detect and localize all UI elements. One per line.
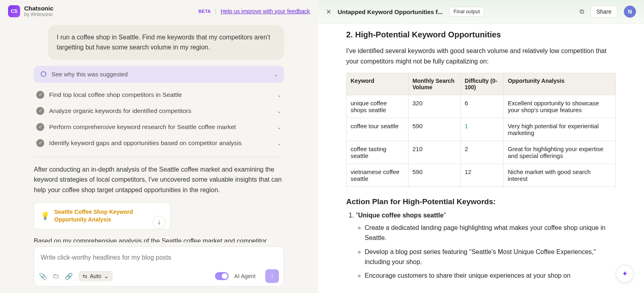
cell-volume: 590 <box>408 118 460 141</box>
table-header: Opportunity Analysis <box>504 73 616 95</box>
cell-opportunity: Niche market with good search interest <box>504 164 616 187</box>
composer-input[interactable] <box>39 251 279 269</box>
scroll-down-button[interactable]: ↓ <box>153 216 165 229</box>
step-label: Identify keyword gaps and opportunities … <box>49 139 277 147</box>
magic-wand-icon: ✦ <box>622 269 628 278</box>
cell-difficulty: 6 <box>460 95 504 118</box>
table-row: unique coffee shops seattle3206Excellent… <box>347 95 616 118</box>
action-bullets: Create a dedicated landing page highligh… <box>356 223 616 281</box>
send-button[interactable]: ↑ <box>265 269 279 283</box>
cell-volume: 210 <box>408 141 460 164</box>
step-row[interactable]: ✓ Find top local coffee shop competitors… <box>34 87 284 103</box>
cell-keyword: coffee tour seattle <box>347 118 409 141</box>
table-row: coffee tour seattle5901Very high potenti… <box>347 118 616 141</box>
check-icon: ✓ <box>36 91 44 99</box>
final-output-badge: Final output <box>449 7 484 16</box>
section-heading: 2. High-Potential Keyword Opportunities <box>346 30 616 39</box>
cell-difficulty: 12 <box>460 164 504 187</box>
app-logo: CS <box>8 5 20 17</box>
list-item: Create a dedicated landing page highligh… <box>365 223 616 243</box>
cell-keyword: coffee tasting seattle <box>347 141 409 164</box>
keyword-table: Keyword Monthly Search Volume Difficulty… <box>346 73 616 187</box>
document-header: ✕ Untapped Keyword Opportunities f... Fi… <box>318 0 644 24</box>
step-row[interactable]: ✓ Perform comprehensive keyword research… <box>34 119 284 135</box>
document-body: 2. High-Potential Keyword Opportunities … <box>318 24 644 293</box>
user-message: I run a coffee shop in Seattle. Find me … <box>48 25 284 60</box>
app-header: CS Chatsonic by Writesonic BETA | Help u… <box>0 0 318 22</box>
cell-difficulty: 1 <box>460 118 504 141</box>
cell-keyword: vietnamese coffee seattle <box>347 164 409 187</box>
assistant-summary: After conducting an in-depth analysis of… <box>34 164 284 195</box>
table-row: vietnamese coffee seattle59012Niche mark… <box>347 164 616 187</box>
assistant-followup: Based on my comprehensive analysis of th… <box>34 238 284 242</box>
chevron-down-icon: ⌄ <box>277 140 282 146</box>
step-row[interactable]: ✓ Analyze organic keywords for identifie… <box>34 103 284 119</box>
step-label: Analyze organic keywords for identified … <box>49 107 277 115</box>
table-header: Monthly Search Volume <box>408 73 460 95</box>
copy-icon[interactable]: ⧉ <box>580 8 584 15</box>
left-panel: CS Chatsonic by Writesonic BETA | Help u… <box>0 0 318 293</box>
cell-volume: 320 <box>408 95 460 118</box>
folder-icon[interactable]: 🗀 <box>53 273 59 280</box>
list-item: Develop a blog post series featuring "Se… <box>365 247 616 267</box>
check-icon: ✓ <box>36 107 44 115</box>
cell-volume: 590 <box>408 164 460 187</box>
attachment-icon[interactable]: 📎 <box>39 273 47 280</box>
app-title: Chatsonic <box>24 5 54 12</box>
check-icon: ✓ <box>36 139 44 147</box>
check-icon: ✓ <box>36 123 44 131</box>
feedback-link[interactable]: Help us improve with your feedback <box>221 8 310 14</box>
suggestion-bar[interactable]: See why this was suggested ⌄ <box>34 66 284 83</box>
cell-opportunity: Very high potential for experiential mar… <box>504 118 616 141</box>
mode-label: Auto <box>90 273 101 279</box>
share-button[interactable]: Share <box>590 6 617 18</box>
table-header: Difficulty (0-100) <box>460 73 504 95</box>
step-label: Find top local coffee shop competitors i… <box>49 91 277 98</box>
mode-selector[interactable]: ⇆ Auto ⌄ <box>78 271 113 281</box>
section-intro: I've identified several keywords with go… <box>346 46 616 66</box>
action-plan-list: "Unique coffee shops seattle" Create a d… <box>346 212 616 281</box>
result-card-title: Seattle Coffee Shop Keyword Opportunity … <box>54 208 164 223</box>
app-subtitle: by Writesonic <box>24 12 54 17</box>
arrow-up-icon: ↑ <box>270 273 274 280</box>
composer-toolbar: 📎 🗀 🔗 ⇆ Auto ⌄ AI Agent ↑ <box>39 269 279 283</box>
result-card[interactable]: 💡 Seattle Coffee Shop Keyword Opportunit… <box>34 202 171 229</box>
step-row[interactable]: ✓ Identify keyword gaps and opportunitie… <box>34 135 284 151</box>
chevron-down-icon: ⌄ <box>277 108 282 114</box>
step-label: Perform comprehensive keyword research f… <box>49 123 277 131</box>
document-title: Untapped Keyword Opportunities f... <box>338 8 443 15</box>
link-icon[interactable]: 🔗 <box>65 273 73 280</box>
lightbulb-icon: 💡 <box>41 211 50 220</box>
composer: 📎 🗀 🔗 ⇆ Auto ⌄ AI Agent ↑ <box>34 246 284 287</box>
speech-icon <box>39 70 47 78</box>
action-plan-heading: Action Plan for High-Potential Keywords: <box>346 197 616 206</box>
cell-difficulty: 2 <box>460 141 504 164</box>
chevron-down-icon: ⌄ <box>277 124 282 130</box>
action-plan-item: "Unique coffee shops seattle" Create a d… <box>356 212 616 281</box>
cell-opportunity: Excellent opportunity to showcase your s… <box>504 95 616 118</box>
magic-fab-button[interactable]: ✦ <box>616 265 634 283</box>
table-row: coffee tasting seattle2102Great for high… <box>347 141 616 164</box>
close-icon[interactable]: ✕ <box>326 8 331 16</box>
ai-agent-toggle[interactable] <box>215 272 229 280</box>
chat-scroll: I run a coffee shop in Seattle. Find me … <box>0 22 318 242</box>
table-header: Keyword <box>347 73 409 95</box>
chevron-down-icon: ⌄ <box>277 92 282 98</box>
arrow-down-icon: ↓ <box>157 219 161 226</box>
divider <box>34 157 284 157</box>
ai-agent-label: AI Agent <box>234 273 256 279</box>
suggestion-label: See why this was suggested <box>52 71 128 78</box>
beta-badge: BETA <box>198 9 211 14</box>
list-item: Encourage customers to share their uniqu… <box>365 271 616 281</box>
cell-keyword: unique coffee shops seattle <box>347 95 409 118</box>
cell-opportunity: Great for highlighting your expertise an… <box>504 141 616 164</box>
chevron-down-icon: ⌄ <box>274 71 279 78</box>
chevron-down-icon: ⌄ <box>104 273 109 279</box>
sparkle-icon: ⇆ <box>83 273 87 279</box>
right-panel: ✕ Untapped Keyword Opportunities f... Fi… <box>318 0 644 293</box>
user-avatar[interactable]: N <box>624 6 636 18</box>
